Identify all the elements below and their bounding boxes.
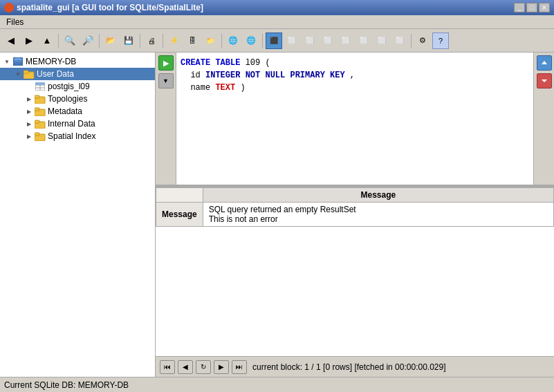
tb-map1-button[interactable]: ⬛ (266, 32, 282, 49)
tb-new-db-button[interactable]: 🗄 (184, 32, 201, 49)
tree-internal-data[interactable]: Internal Data (0, 118, 155, 130)
minimize-button[interactable]: _ (514, 3, 525, 12)
tb-map4-button[interactable]: ⬜ (320, 32, 336, 49)
nav-prev-button[interactable]: ◀ (178, 360, 193, 374)
sql-line-3: name TEXT ) (181, 82, 529, 94)
tree-metadata[interactable]: Metadata (0, 105, 155, 118)
tree-spatial-index[interactable]: Spatial Index (0, 130, 155, 142)
svg-rect-10 (35, 82, 45, 85)
tb-open-button[interactable]: 📂 (102, 32, 119, 49)
tree-user-data[interactable]: User Data (0, 68, 155, 80)
tb-forward-button[interactable]: ▶ (21, 32, 37, 49)
sql-table-name: l09 ( (246, 58, 270, 68)
tb-sep7 (411, 34, 412, 48)
right-panel: ▶ ▼ CREATE TABLE l09 ( id INTEGER NOT NU… (156, 53, 554, 377)
menu-files[interactable]: Files (4, 17, 26, 27)
sql-left-buttons: ▶ ▼ (156, 53, 176, 185)
tb-save-button[interactable]: 💾 (120, 32, 137, 49)
tree-topologies[interactable]: Topologies (0, 93, 155, 105)
svg-rect-14 (35, 108, 39, 111)
sql-expand-button[interactable] (537, 73, 552, 88)
clear-button[interactable]: ▼ (158, 73, 174, 88)
sql-indent2: name (181, 83, 215, 93)
tb-map6-button[interactable]: ⬜ (356, 32, 372, 49)
tree-root[interactable]: MEMORY-DB (0, 55, 155, 68)
sql-kw-integer: INTEGER NOT NULL PRIMARY KEY (205, 71, 345, 80)
result-line-1: SQL query returned an empty ResultSet (209, 205, 548, 214)
tb-up-button[interactable]: ▲ (39, 32, 55, 49)
sql-line-2: id INTEGER NOT NULL PRIMARY KEY , (181, 69, 529, 82)
tb-map2-button[interactable]: ⬜ (284, 32, 300, 49)
svg-point-3 (14, 62, 22, 65)
metadata-label: Metadata (48, 106, 82, 116)
titlebar-controls[interactable]: _ □ ✕ (514, 3, 550, 12)
sql-kw-text: TEXT (215, 83, 235, 93)
row-cell-1: SQL query returned an empty ResultSet Th… (203, 203, 553, 227)
tb-zoom-out-button[interactable]: 🔎 (80, 32, 96, 49)
tb-map7-button[interactable]: ⬜ (373, 32, 390, 49)
root-label: MEMORY-DB (26, 57, 76, 66)
svg-rect-5 (24, 71, 28, 73)
tb-sep3 (140, 34, 140, 48)
statusbar-text: Current SQLite DB: MEMORY-DB (4, 380, 129, 390)
results-table-container: Message Message SQL query returned an em… (156, 187, 554, 356)
tb-globe2-button[interactable]: 🌐 (243, 32, 259, 49)
tb-zoom-in-button[interactable]: 🔍 (62, 32, 78, 49)
close-button[interactable]: ✕ (539, 3, 550, 12)
tb-map8-button[interactable]: ⬜ (391, 32, 408, 49)
tb-map3-button[interactable]: ⬜ (302, 32, 318, 49)
internal-data-arrow (25, 120, 33, 128)
svg-rect-12 (35, 95, 39, 98)
spatial-index-folder-icon (35, 131, 46, 142)
result-line-2: This is not an error (209, 214, 548, 224)
user-data-arrow (14, 70, 22, 78)
maximize-button[interactable]: □ (526, 3, 537, 12)
nav-bar: ⏮ ◀ ↻ ▶ ⏭ current block: 1 / 1 [0 rows] … (156, 356, 554, 377)
metadata-folder-icon (35, 106, 46, 117)
tb-settings-button[interactable]: ⚙ (414, 32, 431, 49)
nav-status: current block: 1 / 1 [0 rows] [fetched i… (252, 362, 446, 372)
titlebar-title: spatialite_gui [a GUI tool for SQLite/Sp… (17, 3, 203, 12)
tb-map5-button[interactable]: ⬜ (338, 32, 354, 49)
sql-content[interactable]: CREATE TABLE l09 ( id INTEGER NOT NULL P… (176, 53, 533, 185)
tb-globe1-button[interactable]: 🌐 (225, 32, 241, 49)
root-db-icon (12, 56, 24, 67)
results-col-message: Message (203, 188, 553, 203)
nav-last-button[interactable]: ⏭ (232, 360, 247, 374)
tb-print-button[interactable]: 🖨 (143, 32, 160, 49)
nav-first-button[interactable]: ⏮ (160, 360, 175, 374)
sql-right-buttons (533, 53, 554, 185)
tb-help-button[interactable]: ? (432, 32, 449, 49)
internal-data-label: Internal Data (48, 119, 95, 129)
spatial-index-arrow (25, 132, 33, 140)
titlebar: spatialite_gui [a GUI tool for SQLite/Sp… (0, 0, 554, 15)
execute-button[interactable]: ▶ (158, 55, 174, 71)
menubar: Files (0, 15, 554, 29)
user-data-label: User Data (37, 69, 74, 79)
results-col-empty (156, 188, 203, 203)
tb-back-button[interactable]: ◀ (3, 32, 19, 49)
metadata-arrow (25, 107, 33, 115)
results-area: Message Message SQL query returned an em… (156, 187, 554, 377)
tb-open-db-button[interactable]: 📁 (202, 32, 219, 49)
svg-rect-18 (35, 133, 39, 136)
topologies-folder-icon (35, 93, 46, 104)
row-header-message: Message (156, 203, 203, 227)
spatial-index-label: Spatial Index (48, 131, 95, 141)
tb-sep5 (221, 34, 222, 48)
tree-postgis[interactable]: postgis_l09 (0, 80, 155, 93)
tb-sep6 (262, 34, 263, 48)
app-icon (4, 3, 14, 12)
sql-scroll-top-button[interactable] (537, 55, 552, 71)
sql-editor: ▶ ▼ CREATE TABLE l09 ( id INTEGER NOT NU… (156, 53, 554, 187)
nav-next-button[interactable]: ▶ (214, 360, 229, 374)
user-data-folder-icon (24, 68, 35, 80)
table-icon (35, 81, 46, 92)
results-table: Message Message SQL query returned an em… (156, 187, 554, 227)
tb-sep1 (58, 34, 59, 48)
root-arrow (3, 57, 11, 66)
tb-connect-button[interactable]: ⚡ (166, 32, 183, 49)
sql-comma: , (350, 71, 355, 80)
nav-refresh-button[interactable]: ↻ (196, 360, 211, 374)
titlebar-left: spatialite_gui [a GUI tool for SQLite/Sp… (4, 3, 203, 12)
